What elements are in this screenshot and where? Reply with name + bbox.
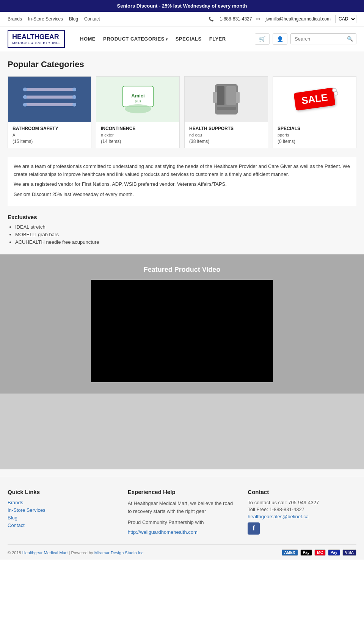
topbar-contact[interactable]: Contact [84, 16, 100, 22]
category-name-health: HEALTH SUPPORTS [189, 126, 263, 131]
exclusives-list: IDEAL stretch MOBELLI grab bars ACUHEALT… [8, 224, 356, 245]
search-bar: 🔍 [290, 33, 356, 44]
nav-flyer[interactable]: FLYER [209, 36, 226, 42]
logo-sub: MEDICAL & SAFETY INC. [12, 41, 60, 45]
nav-home[interactable]: HOME [80, 36, 96, 42]
category-info-specials: SPECIALS pports (0 items) [273, 122, 356, 148]
footer-link-contact[interactable]: Contact [8, 522, 116, 528]
top-bar: Brands In-Store Services Blog Contact 1-… [0, 12, 364, 27]
miramar-link[interactable]: Miramar Design Studio Inc. [94, 550, 145, 555]
bathroom-svg [19, 80, 80, 118]
search-button[interactable]: 🔍 [344, 34, 356, 44]
about-section: We are a team of professionals committed… [8, 157, 356, 206]
exclusives-section: Exclusives IDEAL stretch MOBELLI grab ba… [8, 214, 356, 254]
category-count-specials: (0 items) [278, 139, 351, 144]
about-text2: We are a registered vendor for First Nat… [14, 180, 350, 188]
top-bar-nav: Brands In-Store Services Blog Contact [8, 16, 100, 22]
cart-button[interactable]: 🛒 [255, 33, 270, 45]
svg-rect-20 [236, 92, 240, 103]
banner-detail: - 25% last Wednesday of every month [157, 3, 247, 9]
main-content: Popular Categories BATHRO [0, 52, 364, 477]
category-desc-specials: pports [278, 133, 351, 137]
category-card-health[interactable]: HEALTH SUPPORTS nd equ (38 items) [184, 76, 268, 148]
about-text1: We are a team of professionals committed… [14, 163, 350, 179]
top-banner: Seniors Discount - 25% last Wednesday of… [0, 0, 364, 12]
experienced-help-title: Experienced Help [128, 489, 237, 495]
svg-rect-1 [23, 88, 76, 91]
nav-links: HOME PRODUCT CATEGORIES SPECIALS FLYER [80, 36, 246, 42]
footer-link-blog[interactable]: Blog [8, 515, 116, 521]
svg-rect-19 [213, 92, 217, 103]
category-image-specials: SALE [273, 77, 356, 122]
footer-copyright: © 2018 Healthgear Medical Mart | Powered… [8, 550, 144, 555]
main-nav: HEALTHGEAR MEDICAL & SAFETY INC. HOME PR… [0, 27, 364, 52]
svg-rect-3 [23, 103, 76, 106]
svg-point-14 [125, 104, 151, 113]
svg-point-9 [72, 103, 76, 107]
svg-rect-2 [23, 96, 76, 99]
category-card-incontinence[interactable]: Amici plus INCONTINENCE n exter (14 item… [96, 76, 180, 148]
footer: Quick Links Brands In-Store Services Blo… [0, 477, 364, 560]
phone-number[interactable]: 1-888-831-4327 [220, 16, 252, 22]
contact-email[interactable]: healthgearsales@belinet.ca [248, 514, 309, 519]
about-text3: Seniors Discount 25% last Wednesday of e… [14, 191, 350, 199]
topbar-brands[interactable]: Brands [8, 16, 22, 22]
footer-quick-links: Quick Links Brands In-Store Services Blo… [8, 489, 116, 537]
top-bar-contact: 1-888-831-4327 jwmills@healthgearmedical… [209, 15, 356, 23]
email-icon [256, 16, 261, 22]
svg-rect-0 [19, 80, 80, 118]
video-section: Featured Product Video [0, 254, 364, 394]
category-info-bathroom: BATHROOM SAFETY A (15 items) [8, 122, 91, 148]
footer-contact: Contact To contact us call: 705-949-4327… [248, 489, 356, 537]
footer-link-instore[interactable]: In-Store Services [8, 507, 116, 513]
footer-grid: Quick Links Brands In-Store Services Blo… [8, 489, 356, 537]
footer-link-brands[interactable]: Brands [8, 500, 116, 505]
powered-by-text: | Powered by [68, 550, 94, 555]
topbar-instore[interactable]: In-Store Services [28, 16, 63, 22]
svg-point-7 [72, 95, 76, 99]
experienced-help-text2: Proud Community Partnership with [128, 519, 237, 527]
currency-selector[interactable]: CAD USD [335, 15, 356, 23]
health-svg [196, 80, 257, 118]
svg-point-5 [72, 88, 76, 91]
phone-icon [209, 16, 215, 22]
category-count-health: (38 items) [189, 139, 263, 144]
category-image-health [185, 77, 268, 122]
logo[interactable]: HEALTHGEAR MEDICAL & SAFETY INC. [8, 30, 65, 48]
category-image-incontinence: Amici plus [96, 77, 179, 122]
facebook-icon[interactable]: f [248, 522, 260, 535]
payment-visa: VISA [342, 549, 356, 556]
gray-placeholder-section [0, 394, 364, 469]
category-name-incontinence: INCONTINENCE [101, 126, 175, 131]
svg-point-6 [23, 95, 27, 99]
exclusives-title: Exclusives [8, 214, 356, 220]
account-button[interactable]: 👤 [273, 33, 287, 45]
brand-link[interactable]: Healthgear Medical Mart [22, 550, 68, 555]
contact-title: Contact [248, 489, 356, 495]
nav-specials[interactable]: SPECIALS [176, 36, 202, 42]
nav-product-categories[interactable]: PRODUCT CATEGORIES [103, 36, 168, 42]
category-card-specials[interactable]: SALE SPECIALS pports (0 items) [273, 76, 356, 148]
video-player[interactable] [91, 280, 273, 382]
payment-apple-pay: Pay [300, 549, 312, 556]
exclusive-item-2: ACUHEALTH needle free acupuncture [15, 239, 356, 245]
svg-text:plus: plus [135, 99, 141, 103]
payment-icons: AMEX Pay MC Pay VISA [282, 549, 356, 556]
topbar-blog[interactable]: Blog [69, 16, 78, 22]
category-card-bathroom[interactable]: BATHROOM SAFETY A (15 items) [8, 76, 91, 148]
svg-point-8 [23, 103, 27, 107]
nav-icons: 🛒 👤 🔍 [255, 33, 356, 45]
search-input[interactable] [291, 34, 344, 44]
footer-experienced-help: Experienced Help At Healthgear Medical M… [128, 489, 237, 537]
experienced-help-text1: At Healthgear Medical Mart, we believe t… [128, 500, 237, 516]
page-title: Popular Categories [8, 60, 356, 69]
copyright-text: © 2018 [8, 550, 22, 555]
svg-point-4 [23, 88, 27, 91]
category-info-incontinence: INCONTINENCE n exter (14 items) [96, 122, 179, 148]
category-name-specials: SPECIALS [278, 126, 351, 131]
categories-grid: BATHROOM SAFETY A (15 items) Amici plus … [8, 76, 356, 148]
logo-name: HEALTHGEAR [12, 33, 60, 41]
wellguard-link[interactable]: http://wellguardhomehealth.com [128, 529, 237, 535]
payment-amex: AMEX [282, 549, 298, 556]
email-address[interactable]: jwmills@healthgearmedical.com [265, 16, 331, 22]
